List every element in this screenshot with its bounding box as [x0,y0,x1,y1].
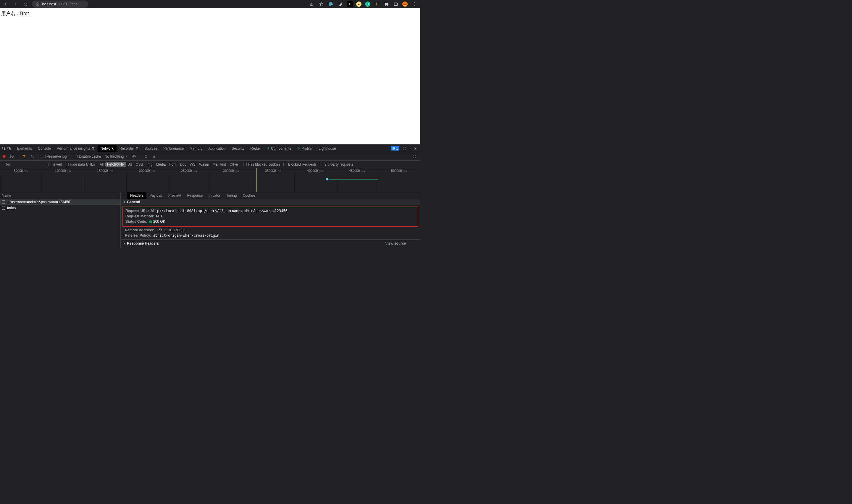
upload-har-icon[interactable] [144,155,148,158]
tab-elements[interactable]: Elements [14,145,35,152]
throttling-select[interactable]: No throttling▼ [105,155,128,159]
chrome-menu-icon[interactable] [411,1,417,7]
document-icon [2,200,5,204]
extension-badge-icon[interactable]: ● [356,1,362,7]
svg-point-1 [330,4,331,5]
device-toggle-icon[interactable] [6,146,11,151]
tab-memory[interactable]: Memory [187,145,205,152]
svg-point-16 [410,148,411,149]
clear-log-icon[interactable] [10,155,14,159]
download-har-icon[interactable] [152,155,157,158]
filter-funnel-icon[interactable] [22,155,26,158]
tab-sources[interactable]: Sources [141,145,160,152]
general-section-header[interactable]: ▼General [121,199,420,205]
close-detail-button[interactable]: × [121,194,127,198]
type-other[interactable]: Other [228,162,240,167]
username-label: 用户名： [1,11,20,16]
forward-button[interactable] [12,1,19,8]
tab-network[interactable]: Network [97,145,116,152]
devtools-more-icon[interactable] [410,146,411,150]
filter-input[interactable] [1,162,46,167]
sidepanel-icon[interactable] [393,1,399,7]
type-all[interactable]: All [98,162,105,167]
tab-components[interactable]: ⚛Components [264,145,294,152]
type-media[interactable]: Media [154,162,167,167]
type-ws[interactable]: WS [188,162,197,167]
tab-performance-insights[interactable]: Performance insights⚗ [54,145,97,152]
type-wasm[interactable]: Wasm [197,162,211,167]
disable-cache-checkbox[interactable]: Disable cache [74,155,101,159]
request-list-header[interactable]: Name [0,192,121,199]
svg-point-14 [404,148,405,149]
caret-down-icon: ▼ [125,155,128,158]
share-icon[interactable] [309,1,315,7]
extension-icon[interactable] [337,1,343,7]
devtools-panel: Elements Console Performance insights⚗ N… [0,144,420,249]
address-bar[interactable]: localhost:8081/todo [32,1,88,8]
beaker-icon: ⚗ [135,146,139,150]
tab-lighthouse[interactable]: Lighthouse [316,145,339,152]
type-css[interactable]: CSS [134,162,145,167]
tab-application[interactable]: Application [205,145,229,152]
request-row[interactable]: todos [0,205,121,211]
toolbar-right: X ● G 🦊 [309,1,418,7]
tab-performance[interactable]: Performance [160,145,187,152]
reload-button[interactable] [22,1,29,8]
network-conditions-icon[interactable] [131,155,136,158]
invert-checkbox[interactable]: Invert [49,162,62,166]
blocked-cookies-checkbox[interactable]: Has blocked cookies [243,162,280,166]
detail-tab-timing[interactable]: Timing [223,192,240,199]
profile-avatar[interactable]: 🦊 [402,1,407,7]
react-devtools-icon[interactable] [328,1,334,7]
tab-profiler[interactable]: ⚛Profiler [294,145,316,152]
timeline-scrubber[interactable] [256,168,256,192]
type-js[interactable]: JS [126,162,134,167]
inspect-element-icon[interactable] [2,146,6,151]
devtools-close-icon[interactable] [414,147,417,150]
kv-label: Referrer Policy: [125,233,151,237]
info-icon [36,2,40,6]
time-label: 100000 ms [42,169,84,173]
issues-badge[interactable]: ▤1 [391,146,399,150]
detail-tab-payload[interactable]: Payload [146,192,165,199]
request-row[interactable]: 1?username=admin&password=123456 [0,199,121,205]
detail-tab-preview[interactable]: Preview [165,192,184,199]
url-host: localhost [42,2,56,6]
hide-data-urls-checkbox[interactable]: Hide data URLs [65,162,95,166]
type-fetch-xhr[interactable]: Fetch/XHR [105,162,126,167]
tab-console[interactable]: Console [35,145,54,152]
preserve-log-checkbox[interactable]: Preserve log [42,155,67,159]
detail-tab-initiator[interactable]: Initiator [205,192,223,199]
record-button[interactable] [2,155,6,158]
third-party-checkbox[interactable]: 3rd-party requests [320,162,353,166]
type-img[interactable]: Img [145,162,154,167]
detail-tab-response[interactable]: Response [184,192,205,199]
network-settings-icon[interactable] [412,155,418,159]
type-font[interactable]: Font [167,162,178,167]
kv-value: strict-origin-when-cross-origin [153,233,219,237]
extensions-puzzle-icon[interactable] [383,1,389,7]
grammarly-icon[interactable]: G [365,1,370,7]
tab-redux[interactable]: Redux [247,145,264,152]
svg-point-9 [414,4,415,5]
detail-tab-headers[interactable]: Headers [127,192,146,199]
type-doc[interactable]: Doc [178,162,188,167]
bookmark-star-icon[interactable] [318,1,324,7]
detail-tab-cookies[interactable]: Cookies [240,192,258,199]
blocked-requests-checkbox[interactable]: Blocked Requests [284,162,317,166]
page-content: 用户名：Bret [0,8,420,144]
back-button[interactable] [2,1,9,8]
devtools-settings-icon[interactable] [402,146,406,150]
timeline-overview[interactable]: 50000 ms 100000 ms 150000 ms 200000 ms 2… [0,168,420,192]
tab-recorder[interactable]: Recorder⚗ [116,145,141,152]
response-headers-section[interactable]: ▼ Response Headers View source [121,239,420,246]
search-icon[interactable] [30,155,35,158]
bolt-icon[interactable] [374,1,380,7]
type-manifest[interactable]: Manifest [211,162,228,167]
tab-security[interactable]: Security [229,145,247,152]
view-source-link[interactable]: View source [385,241,418,246]
url-port: :8081 [58,2,67,6]
document-icon [2,206,5,210]
time-label: 200000 ms [126,169,168,173]
x-extension-icon[interactable]: X [347,1,352,7]
